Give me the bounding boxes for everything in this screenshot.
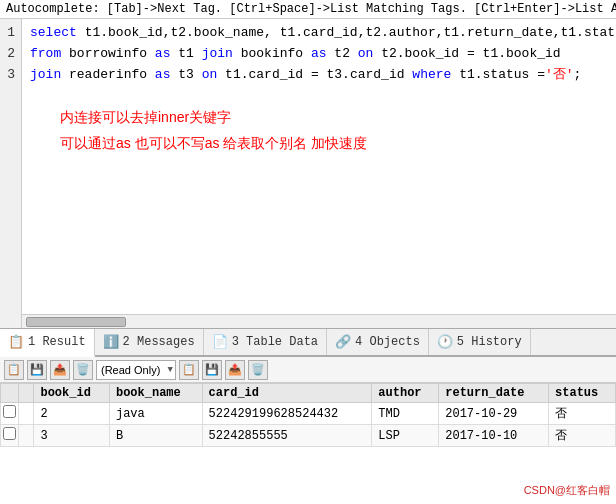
tab-messages-label: 2 Messages	[123, 335, 195, 349]
toolbar-btn-5[interactable]: 📋	[179, 360, 199, 380]
cell-card_id: 52242855555	[202, 425, 372, 447]
th-status: status	[549, 384, 616, 403]
autocomplete-text: Autocomplete: [Tab]->Next Tag. [Ctrl+Spa…	[6, 2, 616, 16]
history-icon: 🕐	[437, 334, 453, 350]
result-icon: 📋	[8, 334, 24, 350]
row-checkbox[interactable]	[1, 425, 19, 447]
readonly-dropdown-wrapper[interactable]: (Read Only) ▼	[96, 360, 176, 380]
cell-book_name: java	[109, 403, 202, 425]
comment-line-1: 内连接可以去掉inner关键字	[60, 105, 578, 130]
toolbar-btn-8[interactable]: 🗑️	[248, 360, 268, 380]
th-author: author	[372, 384, 439, 403]
toolbar-btn-7[interactable]: 📤	[225, 360, 245, 380]
code-line-1: select t1.book_id,t2.book_name, t1.card_…	[30, 23, 608, 44]
row-num	[19, 425, 34, 447]
cell-book_id: 2	[34, 403, 109, 425]
table-body: 2java522429199628524432TMD2017-10-29否3B5…	[1, 403, 616, 447]
tab-history[interactable]: 🕐 5 History	[429, 329, 531, 355]
tab-objects[interactable]: 🔗 4 Objects	[327, 329, 429, 355]
comment-area: 内连接可以去掉inner关键字 可以通过as 也可以不写as 给表取个别名 加快…	[30, 85, 608, 175]
table-row[interactable]: 3B52242855555LSP2017-10-10否	[1, 425, 616, 447]
cell-book_id: 3	[34, 425, 109, 447]
bottom-area: 📋 1 Result ℹ️ 2 Messages 📄 3 Table Data …	[0, 329, 616, 489]
th-card-id: card_id	[202, 384, 372, 403]
editor-area: 1 2 3 select t1.book_id,t2.book_name, t1…	[0, 19, 616, 329]
th-book-id: book_id	[34, 384, 109, 403]
cell-author: LSP	[372, 425, 439, 447]
line-num-2: 2	[6, 44, 15, 65]
cell-author: TMD	[372, 403, 439, 425]
tab-result-label: 1 Result	[28, 335, 86, 349]
th-book-name: book_name	[109, 384, 202, 403]
tab-result[interactable]: 📋 1 Result	[0, 329, 95, 357]
toolbar-btn-4[interactable]: 🗑️	[73, 360, 93, 380]
tab-objects-label: 4 Objects	[355, 335, 420, 349]
cell-book_name: B	[109, 425, 202, 447]
tab-bar: 📋 1 Result ℹ️ 2 Messages 📄 3 Table Data …	[0, 329, 616, 357]
code-line-2: from borrowinfo as t1 join bookinfo as t…	[30, 44, 608, 65]
th-rownum	[19, 384, 34, 403]
comment-line-2: 可以通过as 也可以不写as 给表取个别名 加快速度	[60, 131, 578, 156]
line-num-1: 1	[6, 23, 15, 44]
result-toolbar: 📋 💾 📤 🗑️ (Read Only) ▼ 📋 💾 📤 🗑️	[0, 357, 616, 383]
result-table: book_id book_name card_id author return_…	[0, 383, 616, 447]
editor-hscroll[interactable]	[22, 314, 616, 328]
tab-messages[interactable]: ℹ️ 2 Messages	[95, 329, 204, 355]
table-row[interactable]: 2java522429199628524432TMD2017-10-29否	[1, 403, 616, 425]
code-line-3: join readerinfo as t3 on t1.card_id = t3…	[30, 65, 608, 86]
table-header-row: book_id book_name card_id author return_…	[1, 384, 616, 403]
toolbar-btn-1[interactable]: 📋	[4, 360, 24, 380]
tab-tabledata-label: 3 Table Data	[232, 335, 318, 349]
row-num	[19, 403, 34, 425]
cell-card_id: 522429199628524432	[202, 403, 372, 425]
row-checkbox[interactable]	[1, 403, 19, 425]
toolbar-btn-2[interactable]: 💾	[27, 360, 47, 380]
watermark: CSDN@红客白帽	[524, 483, 610, 498]
toolbar-btn-3[interactable]: 📤	[50, 360, 70, 380]
cell-return_date: 2017-10-29	[439, 403, 549, 425]
result-content: book_id book_name card_id author return_…	[0, 383, 616, 489]
cell-return_date: 2017-10-10	[439, 425, 549, 447]
autocomplete-bar: Autocomplete: [Tab]->Next Tag. [Ctrl+Spa…	[0, 0, 616, 19]
tabledata-icon: 📄	[212, 334, 228, 350]
tab-history-label: 5 History	[457, 335, 522, 349]
code-content[interactable]: select t1.book_id,t2.book_name, t1.card_…	[22, 19, 616, 314]
line-numbers: 1 2 3	[0, 19, 22, 328]
line-num-3: 3	[6, 65, 15, 86]
result-table-container[interactable]: book_id book_name card_id author return_…	[0, 383, 616, 489]
toolbar-btn-6[interactable]: 💾	[202, 360, 222, 380]
th-checkbox	[1, 384, 19, 403]
readonly-dropdown[interactable]: (Read Only)	[96, 360, 176, 380]
tab-tabledata[interactable]: 📄 3 Table Data	[204, 329, 327, 355]
messages-icon: ℹ️	[103, 334, 119, 350]
cell-status: 否	[549, 425, 616, 447]
hscroll-thumb[interactable]	[26, 317, 126, 327]
objects-icon: 🔗	[335, 334, 351, 350]
th-return-date: return_date	[439, 384, 549, 403]
cell-status: 否	[549, 403, 616, 425]
